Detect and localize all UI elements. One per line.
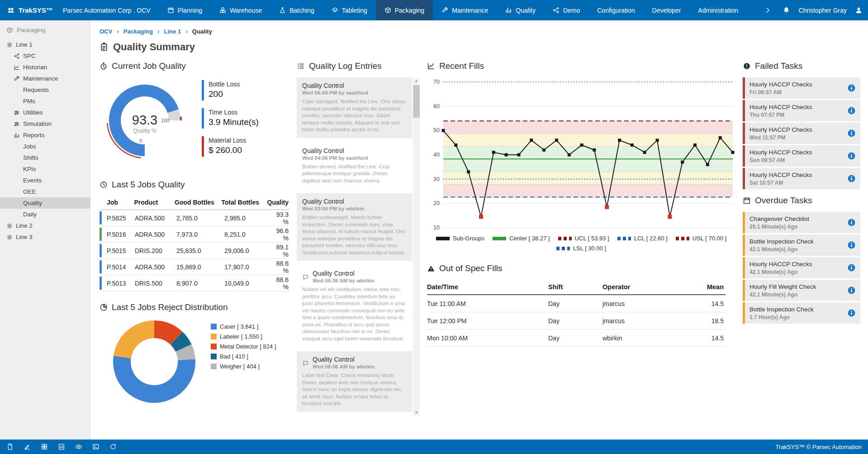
nodes-icon <box>14 53 20 59</box>
org-name: Parsec Automation Corp . OCV <box>60 0 159 20</box>
overdue-task-item[interactable]: Bottle Inspection Check 1.7 Hour(s) Ago <box>743 302 860 324</box>
sidebar-item-label: SPC <box>23 53 36 59</box>
user-menu-button[interactable] <box>849 0 868 20</box>
failed-task-item[interactable]: Hourly HACCP Checks Fri 08:57 AM <box>743 77 860 99</box>
traksys-logo[interactable]: TrakSYS™ <box>0 0 60 20</box>
sidebar-item[interactable]: Shifts <box>0 152 90 163</box>
app-window: TrakSYS™ Parsec Automation Corp . OCV Pl… <box>0 0 868 454</box>
sidebar-item[interactable]: Maintenance <box>0 73 90 84</box>
page-title-label: Quality Summary <box>113 41 195 53</box>
sidebar-item[interactable]: KPIs <box>0 163 90 175</box>
preview-icon[interactable] <box>75 443 82 450</box>
failed-task-item[interactable]: Hourly HACCP Checks Sun 09:57 AM <box>743 145 860 167</box>
info-icon[interactable] <box>847 286 856 295</box>
sidebar-item[interactable]: Requests <box>0 84 90 96</box>
nav-item[interactable]: Demo <box>544 0 588 20</box>
overdue-task-item[interactable]: Changeover Checklist 25.1 Minute(s) Ago <box>743 212 860 233</box>
scrollbar-thumb[interactable] <box>413 85 420 118</box>
job-cell: P.5015 <box>100 247 135 254</box>
section-title: Overdue Tasks <box>755 196 812 205</box>
task-text: Changeover Checklist 25.1 Minute(s) Ago <box>749 215 844 230</box>
breadcrumb-item[interactable]: Quality <box>185 28 212 35</box>
nav-item[interactable]: Packaging <box>376 0 433 20</box>
legend-swatch <box>211 354 217 359</box>
sidebar-item-label: Requests <box>23 86 49 93</box>
nav-item[interactable]: Quality <box>497 0 544 20</box>
sidebar-item[interactable]: OEE <box>0 186 90 197</box>
product-cell: DRIS.500 <box>135 280 176 287</box>
task-time: 42.1 Minute(s) Ago <box>749 292 844 298</box>
nav-item-label: Warehouse <box>230 7 262 14</box>
metric-label: Time Loss <box>209 109 289 116</box>
sidebar-item-label: Reports <box>23 132 44 139</box>
column-header: Good Bottles <box>175 199 221 206</box>
sidebar-tree: Line 1 SPC Historian Maintenance <box>0 39 90 243</box>
scrollbar[interactable]: ▲ ▼ <box>413 77 420 416</box>
edit-icon[interactable] <box>24 443 31 450</box>
wrench-icon <box>14 76 20 82</box>
good-bottles-cell: 25,835.0 <box>176 247 224 254</box>
expand-nav-button[interactable] <box>759 0 777 20</box>
sidebar-item[interactable]: Jobs <box>0 141 90 152</box>
mean-cell: 14.5 <box>691 300 726 307</box>
sidebar-item[interactable]: Simulation <box>0 118 90 129</box>
terminal-icon[interactable] <box>92 443 100 450</box>
nav-item[interactable]: Configuration <box>588 0 643 20</box>
legend-swatch <box>558 237 572 240</box>
info-icon[interactable] <box>847 241 856 249</box>
breadcrumb-item[interactable]: OCV <box>100 28 112 35</box>
sidebar-item[interactable]: Daily <box>0 209 90 220</box>
product-cell: ADRA.500 <box>135 231 176 238</box>
nav-item[interactable]: Batching <box>270 0 323 20</box>
nav-item[interactable]: Developer <box>644 0 690 20</box>
notifications-button[interactable] <box>777 0 796 20</box>
info-icon[interactable] <box>847 129 856 138</box>
grid-icon[interactable] <box>41 443 48 450</box>
sidebar-item[interactable]: Line 1 <box>0 39 90 50</box>
breadcrumb-item[interactable]: Line 1 <box>157 28 181 35</box>
scroll-up-button[interactable]: ▲ <box>413 77 420 84</box>
info-icon[interactable] <box>847 106 856 115</box>
sidebar-item[interactable]: Line 3 <box>0 231 90 243</box>
table-row: P.5825 ADRA.500 2,785.0 2,985.0 93.3 % <box>100 210 289 226</box>
job-cell: P.5016 <box>100 231 135 238</box>
sidebar-item[interactable]: Quality <box>0 197 90 209</box>
info-icon[interactable] <box>847 309 856 317</box>
user-name[interactable]: Christopher Gray <box>796 0 849 20</box>
nav-item[interactable]: Warehouse <box>211 0 270 20</box>
refresh-icon[interactable] <box>109 443 117 450</box>
info-icon[interactable] <box>847 84 856 92</box>
overdue-task-item[interactable]: Hourly HACCP Checks 42.1 Minute(s) Ago <box>743 257 860 278</box>
report-icon[interactable] <box>58 443 65 450</box>
sidebar-item[interactable]: Reports <box>0 129 90 141</box>
breadcrumb-item[interactable]: Packaging <box>117 28 153 35</box>
document-icon[interactable] <box>6 443 14 450</box>
sidebar-item[interactable]: Events <box>0 175 90 186</box>
copyright-text: TrakSYS™ © Parsec Automation <box>776 444 862 450</box>
failed-task-item[interactable]: Hourly HACCP Checks Thu 07:57 PM <box>743 100 860 121</box>
overdue-task-item[interactable]: Bottle Inspection Check 42.1 Minute(s) A… <box>743 234 860 256</box>
logo-icon <box>7 7 14 14</box>
scroll-down-button[interactable]: ▼ <box>413 409 420 416</box>
scrollbar-track[interactable] <box>413 84 420 409</box>
failed-task-item[interactable]: Hourly HACCP Checks Wed 11:57 PM <box>743 123 860 144</box>
legend-item: LCL [ 22.60 ] <box>617 235 668 242</box>
nav-item[interactable]: Administration <box>689 0 747 20</box>
info-icon[interactable] <box>847 218 856 227</box>
info-icon[interactable] <box>847 174 856 183</box>
sidebar-item[interactable]: Historian <box>0 62 90 73</box>
sidebar-item[interactable]: Line 2 <box>0 220 90 231</box>
nav-item[interactable]: Tableting <box>323 0 376 20</box>
breadcrumb: OCV Packaging Line 1 Quality <box>100 28 868 35</box>
sidebar-item[interactable]: SPC <box>0 50 90 62</box>
info-icon[interactable] <box>847 152 856 160</box>
failed-task-item[interactable]: Hourly HACCP Checks Sat 10:57 AM <box>743 168 860 189</box>
sidebar-item[interactable]: Utilities <box>0 107 90 118</box>
log-entry-body: Bottles dented. Notified the Line. Cras … <box>302 163 407 185</box>
overdue-task-item[interactable]: Hourly Fill Weight Check 42.1 Minute(s) … <box>743 280 860 301</box>
nav-item[interactable]: Maintenance <box>433 0 497 20</box>
nav-item[interactable]: Planning <box>159 0 211 20</box>
sidebar-item[interactable]: PMs <box>0 96 90 107</box>
task-time: Wed 11:57 PM <box>749 134 844 141</box>
info-icon[interactable] <box>847 263 856 272</box>
